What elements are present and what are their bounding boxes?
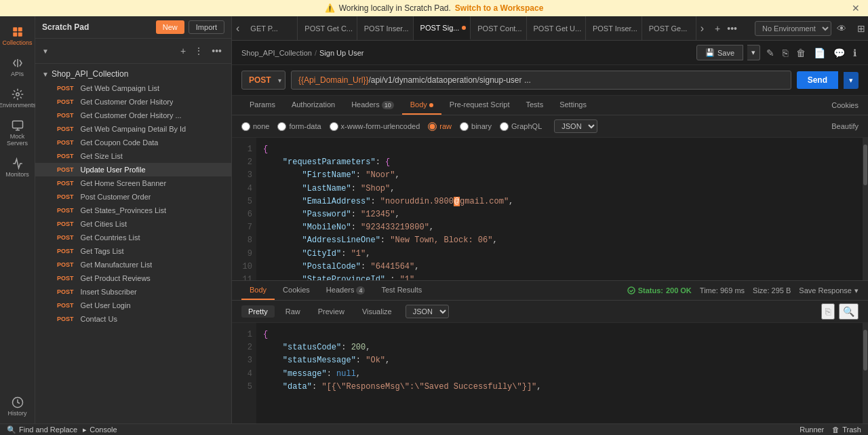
tab-item[interactable]: POST Inser... — [586, 16, 642, 40]
response-code-content[interactable]: { "statusCode": 200, "statusMessage": "O… — [256, 323, 863, 423]
new-button[interactable]: New — [156, 20, 184, 34]
tab-item[interactable]: POST Get C... — [298, 16, 357, 40]
tabs-prev-btn[interactable]: ‹ — [232, 16, 243, 40]
tab-params[interactable]: Params — [241, 96, 283, 115]
tab-headers[interactable]: Headers10 — [343, 96, 402, 115]
body-format-select[interactable]: JSON — [554, 119, 597, 133]
fmt-tab-pretty[interactable]: Pretty — [241, 305, 275, 318]
response-scrollbar[interactable] — [863, 323, 868, 423]
list-item[interactable]: POST Get Size List — [35, 149, 231, 163]
response-format-select[interactable]: JSON — [406, 305, 449, 318]
list-item[interactable]: POST Get Cities List — [35, 217, 231, 231]
list-item[interactable]: POST Insert Subscriber — [35, 285, 231, 299]
sidebar-item-monitors[interactable]: Monitors — [3, 153, 33, 182]
collection-root[interactable]: ▼ Shop_API_Collection — [35, 67, 231, 81]
environment-select[interactable]: No Environment — [755, 21, 831, 36]
resp-tab-body[interactable]: Body — [241, 281, 275, 300]
beautify-button[interactable]: Beautify — [831, 122, 859, 130]
list-item[interactable]: POST Get Manufacturer List — [35, 258, 231, 271]
method-select[interactable]: POST GET — [241, 71, 285, 90]
radio-binary-input[interactable] — [460, 122, 469, 131]
list-item[interactable]: POST Get User Login — [35, 299, 231, 312]
radio-binary[interactable]: binary — [460, 122, 492, 131]
resp-tab-test-results[interactable]: Test Results — [373, 281, 430, 300]
url-input[interactable]: {{Api_Domain_Url}} /api/v1/dynamic/datao… — [291, 71, 791, 90]
list-item[interactable]: POST Contact Us — [35, 312, 231, 326]
edit-icon-btn[interactable]: ✎ — [764, 45, 776, 60]
tab-item-active[interactable]: POST Sig... — [414, 16, 471, 40]
tab-settings[interactable]: Settings — [551, 96, 595, 115]
search-response-btn[interactable]: 🔍 — [839, 303, 859, 320]
tab-item[interactable]: GET P... — [243, 16, 298, 40]
copy-icon-btn[interactable]: ⎘ — [781, 45, 790, 60]
copy-response-btn[interactable]: ⎘ — [821, 303, 835, 320]
close-banner-icon[interactable]: ✕ — [852, 3, 860, 14]
tabs-next-btn[interactable]: › — [696, 16, 708, 40]
console-button[interactable]: ▸ Console — [83, 425, 117, 434]
list-item[interactable]: POST Post Customer Order — [35, 190, 231, 204]
tab-item[interactable]: POST Get U... — [527, 16, 586, 40]
sidebar-item-history[interactable]: History — [3, 392, 33, 421]
sidebar-item-environments[interactable]: Environments — [3, 84, 33, 113]
editor-scrollbar[interactable] — [863, 138, 868, 280]
doc-icon-btn[interactable]: 📄 — [812, 45, 827, 60]
fmt-tab-visualize[interactable]: Visualize — [355, 305, 399, 318]
workspace-icon-btn[interactable]: ⊞ — [854, 22, 868, 35]
save-response-button[interactable]: Save Response ▾ — [799, 286, 859, 295]
radio-none-input[interactable] — [241, 122, 250, 131]
list-item[interactable]: POST Get Coupon Code Data — [35, 136, 231, 149]
list-item[interactable]: POST Get Web Campaign List — [35, 81, 231, 95]
list-item[interactable]: POST Get Web Campaing Detail By Id — [35, 122, 231, 136]
tab-item[interactable]: POST Ge... — [642, 16, 696, 40]
list-item[interactable]: POST Get Home Screen Banner — [35, 176, 231, 190]
cookies-link[interactable]: Cookies — [831, 101, 859, 109]
tab-authorization[interactable]: Authorization — [283, 96, 343, 115]
list-item[interactable]: POST Get Customer Order Hsitory ... — [35, 109, 231, 122]
radio-urlencoded[interactable]: x-www-form-urlencoded — [330, 122, 420, 131]
find-replace-button[interactable]: 🔍 Find and Replace — [7, 425, 77, 434]
radio-form-data[interactable]: form-data — [277, 122, 321, 131]
radio-urlencoded-input[interactable] — [330, 122, 338, 131]
import-button[interactable]: Import — [189, 20, 224, 34]
runner-button[interactable]: Runner — [800, 425, 824, 434]
list-item[interactable]: POST Get Tags List — [35, 244, 231, 258]
list-item[interactable]: POST Get Countries List — [35, 231, 231, 244]
list-item[interactable]: POST Update User Profile — [35, 163, 231, 176]
save-dropdown-btn[interactable]: ▾ — [747, 45, 760, 60]
radio-raw-input[interactable] — [428, 122, 437, 131]
info-icon-btn[interactable]: ℹ — [851, 45, 859, 60]
fmt-tab-preview[interactable]: Preview — [311, 305, 351, 318]
comment-icon-btn[interactable]: 💬 — [831, 45, 847, 60]
sidebar-item-mock-servers[interactable]: Mock Servers — [3, 115, 33, 151]
new-tab-btn[interactable]: + — [712, 22, 723, 35]
fmt-tab-raw[interactable]: Raw — [279, 305, 307, 318]
radio-raw[interactable]: raw — [428, 122, 452, 131]
add-collection-btn[interactable]: + — [178, 44, 189, 58]
code-content[interactable]: { "requestParameters": { "FirstName": "N… — [256, 138, 863, 280]
filter-btn[interactable]: ⋮ — [191, 44, 206, 58]
tab-item[interactable]: POST Inser... — [357, 16, 414, 40]
tab-pre-request[interactable]: Pre-request Script — [441, 96, 518, 115]
list-item[interactable]: POST Get Customer Order Hsitory — [35, 95, 231, 109]
radio-graphql-input[interactable] — [500, 122, 509, 131]
switch-link[interactable]: Switch to a Workspace — [455, 3, 543, 13]
send-dropdown-btn[interactable]: ▾ — [844, 72, 859, 89]
radio-form-data-input[interactable] — [277, 122, 286, 131]
environment-eye-btn[interactable]: 👁 — [834, 22, 849, 35]
sidebar-item-collections[interactable]: Collections — [3, 22, 33, 50]
resp-tab-cookies[interactable]: Cookies — [275, 281, 318, 300]
resp-tab-headers[interactable]: Headers4 — [318, 281, 374, 300]
trash-button[interactable]: 🗑 Trash — [832, 425, 861, 434]
sidebar-item-apis[interactable]: APIs — [3, 53, 33, 81]
radio-none[interactable]: none — [241, 122, 269, 131]
tab-item[interactable]: POST Cont... — [471, 16, 526, 40]
list-item[interactable]: POST Get Product Reviews — [35, 271, 231, 285]
tab-tests[interactable]: Tests — [517, 96, 551, 115]
trash-icon-btn[interactable]: 🗑 — [794, 45, 808, 60]
radio-graphql[interactable]: GraphQL — [500, 122, 542, 131]
breadcrumb-collection[interactable]: Shop_API_Collection — [241, 49, 312, 57]
tab-body[interactable]: Body — [402, 96, 441, 115]
list-item[interactable]: POST Get States_Provinces List — [35, 204, 231, 217]
tabs-more-btn[interactable]: ••• — [724, 22, 740, 35]
send-button[interactable]: Send — [797, 71, 838, 89]
